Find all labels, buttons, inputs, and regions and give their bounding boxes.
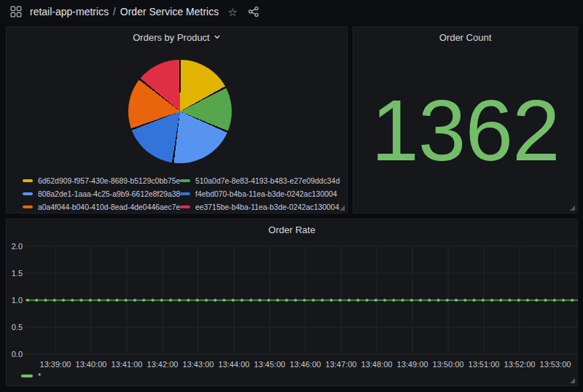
star-icon[interactable]: ☆ xyxy=(225,4,240,19)
panel-title: Orders by Product xyxy=(133,32,210,43)
svg-text:13:51:00: 13:51:00 xyxy=(469,360,500,369)
legend-color-marker xyxy=(23,192,33,195)
pie-legend: 6d62d909-f957-430e-8689-b5129c0bb75e510a… xyxy=(23,174,340,213)
breadcrumb-separator: / xyxy=(111,6,117,17)
svg-text:13:41:00: 13:41:00 xyxy=(111,360,143,369)
stat-panel: Order Count 1362 xyxy=(353,26,578,213)
legend-series-label: ee3715be-b4ba-11ea-b3de-0242ac130004 xyxy=(195,203,339,211)
svg-text:1.0: 1.0 xyxy=(12,296,23,305)
svg-text:13:53:00: 13:53:00 xyxy=(540,360,571,369)
legend-series-label: a0a4f044-b040-410d-8ead-4de0446aec7e xyxy=(38,203,180,211)
svg-text:13:40:00: 13:40:00 xyxy=(76,360,107,369)
svg-text:2.0: 2.0 xyxy=(12,242,23,251)
timeseries-panel: 0.00.51.01.52.013:39:0013:40:0013:41:001… xyxy=(6,219,578,386)
svg-text:13:42:00: 13:42:00 xyxy=(147,360,179,369)
svg-text:13:45:00: 13:45:00 xyxy=(254,360,286,369)
breadcrumb: retail-app-metrics / Order Service Metri… xyxy=(30,6,219,17)
dashboard-grid: Orders by Product 6d62d909-f957-430e-868… xyxy=(0,23,583,392)
dashboards-grid-icon[interactable] xyxy=(9,4,23,19)
svg-text:13:49:00: 13:49:00 xyxy=(397,360,429,369)
pie-chart[interactable] xyxy=(128,60,232,163)
svg-text:13:50:00: 13:50:00 xyxy=(433,360,464,369)
svg-text:13:46:00: 13:46:00 xyxy=(290,360,321,369)
svg-text:0.0: 0.0 xyxy=(12,350,23,358)
pie-legend-item[interactable]: f4ebd070-b4ba-11ea-b3de-0242ac130004 xyxy=(180,190,340,198)
legend-color-marker xyxy=(21,375,33,377)
svg-text:13:39:00: 13:39:00 xyxy=(40,360,71,369)
legend-series-label: * xyxy=(38,372,41,380)
panel-resize-handle[interactable] xyxy=(340,205,345,211)
chevron-down-icon xyxy=(214,34,221,41)
pie-legend-item[interactable]: a0a4f044-b040-410d-8ead-4de0446aec7e xyxy=(23,203,180,211)
stat-panel-title-button[interactable]: Order Count xyxy=(353,27,577,47)
legend-series-label: 6d62d909-f957-430e-8689-b5129c0bb75e xyxy=(38,177,180,185)
legend-series-label: f4ebd070-b4ba-11ea-b3de-0242ac130004 xyxy=(195,190,337,198)
pie-legend-item[interactable]: 510a0d7e-8e83-4193-b483-e27e09ddc34d xyxy=(180,177,340,185)
panel-resize-handle[interactable] xyxy=(570,378,575,383)
svg-text:0.5: 0.5 xyxy=(12,323,23,332)
legend-color-marker xyxy=(180,205,190,208)
share-icon[interactable] xyxy=(246,4,261,19)
stat-value: 1362 xyxy=(371,87,560,173)
breadcrumb-dashboard-title[interactable]: Order Service Metrics xyxy=(120,6,219,17)
pie-panel-title-button[interactable]: Orders by Product xyxy=(7,27,347,47)
pie-legend-item[interactable]: ee3715be-b4ba-11ea-b3de-0242ac130004 xyxy=(180,203,340,211)
stat-value-area: 1362 xyxy=(353,47,577,213)
svg-text:13:47:00: 13:47:00 xyxy=(326,360,357,369)
svg-text:13:43:00: 13:43:00 xyxy=(183,360,214,369)
legend-color-marker xyxy=(23,205,33,208)
breadcrumb-folder[interactable]: retail-app-metrics xyxy=(30,6,109,17)
pie-panel: Orders by Product 6d62d909-f957-430e-868… xyxy=(6,26,348,213)
timeseries-panel-title-button[interactable]: Order Rate xyxy=(7,219,577,240)
legend-color-marker xyxy=(23,179,33,182)
svg-text:1.5: 1.5 xyxy=(12,269,23,278)
svg-text:13:44:00: 13:44:00 xyxy=(219,360,250,369)
svg-text:13:48:00: 13:48:00 xyxy=(361,360,393,369)
panel-title: Order Rate xyxy=(268,224,315,235)
svg-text:13:52:00: 13:52:00 xyxy=(504,360,536,369)
timeseries-legend-item[interactable]: * xyxy=(21,372,41,380)
top-bar: retail-app-metrics / Order Service Metri… xyxy=(0,0,583,23)
pie-legend-item[interactable]: 808a2de1-1aaa-4c25-a9b9-6612e8f29a38 xyxy=(23,190,180,198)
panel-title: Order Count xyxy=(439,32,492,43)
legend-color-marker xyxy=(180,192,190,195)
legend-series-label: 808a2de1-1aaa-4c25-a9b9-6612e8f29a38 xyxy=(38,190,180,198)
panel-resize-handle[interactable] xyxy=(570,205,575,211)
legend-color-marker xyxy=(180,179,190,182)
pie-legend-item[interactable]: 6d62d909-f957-430e-8689-b5129c0bb75e xyxy=(23,177,180,185)
legend-series-label: 510a0d7e-8e83-4193-b483-e27e09ddc34d xyxy=(195,177,340,185)
